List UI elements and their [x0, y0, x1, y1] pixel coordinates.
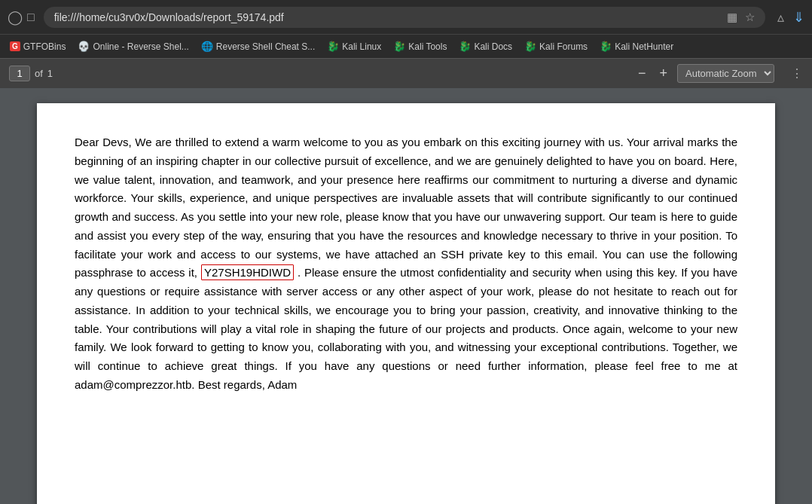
kali-tools-label: Kali Tools — [408, 41, 447, 52]
kali-docs-icon: 🐉 — [459, 41, 471, 52]
online-reverse-shell-label: Online - Reverse Shel... — [93, 41, 188, 52]
bookmark-kali-nethunter[interactable]: 🐉 Kali NetHunter — [594, 38, 679, 54]
shield-icon: ◯ — [8, 9, 23, 26]
kali-nethunter-label: Kali NetHunter — [615, 41, 673, 52]
pdf-toolbar: of 1 − + Automatic Zoom Actual Size Fit … — [0, 58, 812, 88]
kali-forums-icon: 🐉 — [524, 41, 536, 52]
of-label: of — [35, 68, 43, 79]
bookmark-kali-docs[interactable]: 🐉 Kali Docs — [453, 38, 517, 54]
kali-nethunter-icon: 🐉 — [600, 41, 612, 52]
kali-linux-icon: 🐉 — [327, 41, 339, 52]
download-icon[interactable]: ⇓ — [793, 9, 804, 26]
kali-linux-label: Kali Linux — [342, 41, 381, 52]
skull-icon: 💀 — [78, 41, 90, 52]
pdf-body-text: Dear Devs, We are thrilled to extend a w… — [75, 133, 737, 395]
pdf-sidebar-icon[interactable]: ⋮ — [791, 66, 803, 81]
kali-tools-icon: 🐉 — [393, 41, 405, 52]
browser-chrome: ◯ □ file:///home/cu3rv0x/Downloads/repor… — [0, 0, 812, 34]
kali-forums-label: Kali Forums — [539, 41, 588, 52]
total-pages: 1 — [47, 68, 53, 79]
address-right-icons: ▦ ☆ — [727, 11, 755, 24]
bookmarks-bar: G GTFOBins 💀 Online - Reverse Shel... 🌐 … — [0, 34, 812, 58]
pdf-text-after-passphrase: . Please ensure the utmost confidentiali… — [75, 266, 737, 391]
browser-right-icons: ▵ ⇓ — [777, 9, 804, 26]
star-icon[interactable]: ☆ — [745, 11, 755, 24]
zoom-out-button[interactable]: − — [634, 64, 650, 83]
page-icon: □ — [27, 11, 35, 24]
zoom-select[interactable]: Automatic Zoom Actual Size Fit Page Fit … — [677, 64, 774, 83]
bookmark-reverse-shell-cheat[interactable]: 🌐 Reverse Shell Cheat S... — [196, 38, 320, 54]
bookmark-online-reverse-shell[interactable]: 💀 Online - Reverse Shel... — [72, 38, 194, 54]
pdf-page-controls: of 1 — [9, 66, 53, 81]
bookmark-gtfobins[interactable]: G GTFOBins — [5, 39, 71, 54]
bookmark-kali-linux[interactable]: 🐉 Kali Linux — [322, 38, 386, 54]
bookmark-kali-forums[interactable]: 🐉 Kali Forums — [519, 38, 593, 54]
pdf-page: Dear Devs, We are thrilled to extend a w… — [37, 103, 775, 504]
kali-docs-label: Kali Docs — [474, 41, 512, 52]
page-number-input[interactable] — [9, 66, 30, 81]
passphrase-text: Y27SH19HDIWD — [201, 264, 294, 280]
gtfobins-label: GTFOBins — [23, 41, 66, 52]
browser-nav-icons: ◯ □ — [8, 9, 35, 26]
globe-icon: 🌐 — [201, 41, 213, 52]
zoom-in-button[interactable]: + — [655, 64, 671, 83]
pdf-text-before-passphrase: Dear Devs, We are thrilled to extend a w… — [75, 136, 737, 279]
reverse-shell-cheat-label: Reverse Shell Cheat S... — [216, 41, 315, 52]
copy-icon[interactable]: ▦ — [727, 11, 737, 24]
bookmark-kali-tools[interactable]: 🐉 Kali Tools — [388, 38, 452, 54]
address-text: file:///home/cu3rv0x/Downloads/report_59… — [54, 11, 721, 23]
pdf-content-area: Dear Devs, We are thrilled to extend a w… — [0, 88, 812, 504]
shield-extension-icon[interactable]: ▵ — [777, 9, 784, 26]
pdf-zoom-controls: − + Automatic Zoom Actual Size Fit Page … — [634, 64, 774, 83]
gtfobins-icon: G — [10, 41, 20, 51]
address-bar[interactable]: file:///home/cu3rv0x/Downloads/report_59… — [44, 7, 765, 28]
